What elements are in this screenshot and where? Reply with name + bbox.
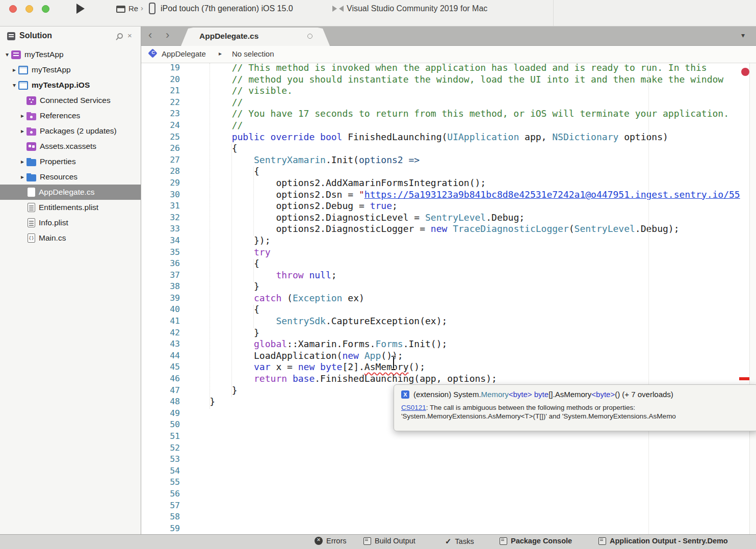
line-number: 32: [141, 212, 188, 224]
pin-icon[interactable]: [116, 33, 122, 39]
code-line[interactable]: [188, 511, 756, 523]
tree-item-properties[interactable]: ▸Properties: [0, 154, 141, 169]
errors-icon: [315, 537, 323, 545]
minimize-window-button[interactable]: [25, 5, 33, 13]
code-line[interactable]: [188, 523, 756, 534]
build-configuration-selector[interactable]: Re: [128, 4, 138, 13]
console-icon: [598, 537, 606, 545]
code-line[interactable]: options2.Debug = true;: [188, 200, 756, 212]
disclosure-triangle-icon[interactable]: ▾: [10, 82, 18, 89]
disclosure-triangle-icon[interactable]: ▸: [18, 112, 27, 119]
dock-item-package-console[interactable]: Package Console: [500, 537, 572, 545]
tab-modified-indicator[interactable]: [307, 34, 312, 39]
code-line[interactable]: }: [188, 281, 756, 293]
breadcrumb-class[interactable]: AppDelegate: [162, 49, 206, 58]
line-number: 29: [141, 177, 188, 189]
tree-item-label: Connected Services: [40, 96, 111, 105]
code-line[interactable]: [188, 442, 756, 454]
code-line[interactable]: {: [188, 304, 756, 316]
code-line[interactable]: options2.DiagnosticLogger = new TraceDia…: [188, 223, 756, 235]
code-line[interactable]: // You have 17 seconds to return from th…: [188, 108, 756, 120]
code-line[interactable]: options2.DiagnosticLevel = SentryLevel.D…: [188, 212, 756, 224]
tree-item-mytestapp[interactable]: ▸myTestApp: [0, 62, 141, 77]
tree-item-assets-xcassets[interactable]: Assets.xcassets: [0, 139, 141, 154]
code-editor[interactable]: 1920212223242526272829303132333435363738…: [141, 63, 756, 534]
code-line[interactable]: global::Xamarin.Forms.Forms.Init();: [188, 338, 756, 350]
tree-item-label: Entitlements.plist: [39, 203, 98, 212]
tree-item-entitlements-plist[interactable]: Entitlements.plist: [0, 200, 141, 215]
code-line[interactable]: [188, 431, 756, 442]
editor-scrollbar[interactable]: [749, 63, 756, 534]
close-window-button[interactable]: [9, 5, 17, 13]
tab-list-dropdown-icon[interactable]: ▾: [741, 31, 745, 39]
navigate-back-button[interactable]: ‹: [148, 29, 152, 42]
code-line[interactable]: return base.FinishedLaunching(app, optio…: [188, 373, 756, 385]
zoom-window-button[interactable]: [42, 5, 49, 13]
code-line[interactable]: catch (Exception ex): [188, 293, 756, 304]
code-line[interactable]: public override bool FinishedLaunching(U…: [188, 132, 756, 143]
line-number: 40: [141, 304, 188, 316]
code-line[interactable]: // method you should instantiate the win…: [188, 74, 756, 86]
error-code-link[interactable]: CS0121: [401, 404, 426, 411]
code-line[interactable]: [188, 500, 756, 512]
disclosure-triangle-icon[interactable]: ▸: [10, 66, 18, 73]
tree-item-connected-services[interactable]: Connected Services: [0, 93, 141, 108]
dock-item-build-output[interactable]: Build Output: [363, 537, 415, 545]
tree-item-info-plist[interactable]: Info.plist: [0, 215, 141, 230]
tooltip-error-text: CS0121: The call is ambiguous between th…: [401, 403, 756, 421]
code-line[interactable]: //: [188, 97, 756, 109]
line-number: 25: [141, 132, 188, 143]
tree-item-main-cs[interactable]: Main.cs: [0, 230, 141, 246]
code-line[interactable]: var x = new byte[2].AsMemory();: [188, 361, 756, 373]
code-line[interactable]: [188, 477, 756, 488]
disclosure-triangle-icon[interactable]: ▾: [3, 51, 11, 58]
line-number: 57: [141, 500, 188, 512]
code-line[interactable]: SentryXamarin.Init(options2 =>: [188, 154, 756, 166]
tree-item-appdelegate-cs[interactable]: AppDelegate.cs: [0, 185, 141, 200]
tree-item-references[interactable]: ▸References: [0, 108, 141, 123]
class-icon: C: [148, 48, 157, 58]
disclosure-triangle-icon[interactable]: ▸: [18, 173, 27, 180]
code-line[interactable]: // visible.: [188, 85, 756, 97]
tree-item-resources[interactable]: ▸Resources: [0, 169, 141, 185]
code-line[interactable]: // This method is invoked when the appli…: [188, 63, 756, 74]
folder-purple-icon: [27, 127, 36, 136]
close-icon[interactable]: ×: [127, 31, 132, 40]
code-area[interactable]: // This method is invoked when the appli…: [188, 63, 756, 534]
code-line[interactable]: LoadApplication(new App());: [188, 350, 756, 362]
run-button[interactable]: [76, 4, 85, 14]
disclosure-triangle-icon[interactable]: ▸: [18, 158, 27, 165]
code-line[interactable]: //: [188, 120, 756, 132]
error-intro: : The call is ambiguous between the foll…: [426, 404, 635, 411]
dock-item-tasks[interactable]: ✓Tasks: [445, 537, 474, 546]
code-line[interactable]: }: [188, 327, 756, 339]
ibeam-mouse-cursor: [390, 356, 397, 370]
chevron-right-icon: ›: [141, 4, 143, 12]
tree-item-mytestapp-ios[interactable]: ▾myTestApp.iOS: [0, 77, 141, 93]
code-line[interactable]: {: [188, 166, 756, 177]
vs-mac-window: { "toolbar": { "config_label": "Re", "co…: [0, 0, 756, 549]
dock-item-errors[interactable]: Errors: [315, 537, 346, 545]
code-line[interactable]: [188, 454, 756, 465]
code-line[interactable]: });: [188, 235, 756, 247]
code-line[interactable]: options2.Dsn = "https://5a193123a9b841bc…: [188, 189, 756, 201]
dock-item-application-output-sentry-demo[interactable]: Application Output - Sentry.Demo: [598, 537, 728, 545]
code-line[interactable]: [188, 488, 756, 500]
code-line[interactable]: try: [188, 247, 756, 258]
code-line[interactable]: options2.AddXamarinFormsIntegration();: [188, 177, 756, 189]
code-line[interactable]: {: [188, 258, 756, 270]
error-tooltip: X (extension) System.Memory<byte> byte[]…: [394, 384, 756, 431]
navigate-forward-button[interactable]: ›: [166, 29, 169, 42]
device-selector[interactable]: iPod touch (7th generation) iOS 15.0: [161, 4, 293, 13]
breadcrumb-selection[interactable]: No selection: [232, 49, 274, 58]
disclosure-triangle-icon[interactable]: ▸: [18, 127, 27, 135]
line-number: 44: [141, 350, 188, 362]
code-line[interactable]: {: [188, 143, 756, 154]
search-input[interactable]: ˅ Press '^,' to search: [553, 0, 756, 26]
tab-appdelegate[interactable]: AppDelegate.cs: [181, 28, 330, 46]
code-line[interactable]: SentrySdk.CaptureException(ex);: [188, 316, 756, 327]
tree-item-mytestapp[interactable]: ▾myTestApp: [0, 47, 141, 62]
code-line[interactable]: [188, 465, 756, 477]
tree-item-packages-2-updates-[interactable]: ▸Packages (2 updates): [0, 123, 141, 139]
code-line[interactable]: throw null;: [188, 270, 756, 281]
